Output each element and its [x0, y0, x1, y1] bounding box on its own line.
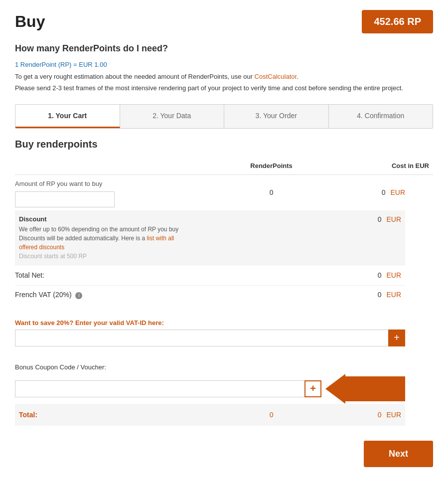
- section-title: Buy renderpoints: [15, 139, 433, 150]
- rp-balance-badge: 452.66 RP: [362, 10, 433, 33]
- coupon-label: Bonus Coupon Code / Voucher:: [15, 363, 405, 371]
- vat-id-row: Want to save 20%? Enter your valid VAT-I…: [15, 304, 433, 346]
- amount-cost: 0 EUR: [349, 174, 405, 210]
- discount-cost: 0 EUR: [349, 210, 405, 265]
- arrow-shape: [325, 374, 405, 404]
- total-rp-value: 0: [193, 404, 349, 426]
- info-line1: 1 RenderPoint (RP) = EUR 1.00: [15, 60, 433, 70]
- how-many-title: How many RenderPoints do I need?: [15, 43, 433, 54]
- coupon-input[interactable]: [15, 380, 304, 397]
- total-net-row: Total Net: 0 EUR: [15, 265, 433, 285]
- total-row: Total: 0 0 EUR: [15, 404, 433, 426]
- vat-id-input[interactable]: [15, 330, 388, 346]
- coupon-input-row: +: [15, 374, 405, 404]
- col-cost-header: Cost in EUR: [349, 159, 433, 175]
- vat-value: 0 EUR: [349, 285, 405, 304]
- amount-label: Amount of RP you want to buy: [15, 174, 193, 210]
- total-net-value: 0 EUR: [349, 265, 405, 285]
- vat-info-icon[interactable]: i: [75, 292, 82, 299]
- vat-id-label: Want to save 20%? Enter your valid VAT-I…: [15, 319, 405, 327]
- vat-label: French VAT (20%) i: [15, 285, 349, 304]
- vat-id-input-row: +: [15, 330, 405, 346]
- rp-rate-text: 1 RenderPoint (RP) = EUR 1.00: [15, 61, 107, 68]
- col-label-header: [15, 159, 193, 175]
- step-2[interactable]: 2. Your Data: [120, 105, 225, 128]
- info-line3: Please send 2-3 test frames of the most …: [15, 83, 433, 93]
- total-label: Total:: [15, 404, 193, 426]
- amount-input[interactable]: [15, 191, 115, 207]
- amount-rp: 0: [193, 174, 349, 210]
- step-4[interactable]: 4. Confirmation: [329, 105, 433, 128]
- info-line2: To get a very rought estimation about th…: [15, 72, 433, 82]
- vat-row: French VAT (20%) i 0 EUR: [15, 285, 433, 304]
- coupon-row: Bonus Coupon Code / Voucher: +: [15, 346, 433, 404]
- how-many-section: How many RenderPoints do I need? 1 Rende…: [15, 43, 433, 93]
- coupon-section: Bonus Coupon Code / Voucher: +: [15, 363, 405, 404]
- amount-row: Amount of RP you want to buy 0 0 EUR: [15, 174, 433, 210]
- page-header: Buy 452.66 RP: [15, 10, 433, 33]
- discount-row: Discount We offer up to 60% depending on…: [15, 210, 433, 265]
- table-header: RenderPoints Cost in EUR: [15, 159, 433, 175]
- total-cost-value: 0 EUR: [349, 404, 405, 426]
- page-title: Buy: [15, 12, 45, 31]
- vat-id-section: Want to save 20%? Enter your valid VAT-I…: [15, 319, 405, 346]
- cost-calculator-link[interactable]: CostCalculator: [255, 73, 297, 80]
- coupon-add-button[interactable]: +: [304, 380, 321, 397]
- total-net-label: Total Net:: [15, 265, 349, 285]
- arrow-body: [345, 376, 405, 401]
- col-rp-header: RenderPoints: [193, 159, 349, 175]
- vat-id-add-button[interactable]: +: [388, 330, 405, 346]
- discount-info: Discount We offer up to 60% depending on…: [15, 210, 193, 265]
- next-button[interactable]: Next: [364, 441, 433, 467]
- coupon-btn-wrapper: +: [304, 380, 321, 397]
- discount-rp: [193, 210, 349, 265]
- step-3[interactable]: 3. Your Order: [224, 105, 329, 128]
- steps-bar: 1. Your Cart 2. Your Data 3. Your Order …: [15, 104, 433, 129]
- arrow-head: [325, 374, 345, 404]
- bottom-bar: Next: [15, 441, 433, 477]
- cart-table: RenderPoints Cost in EUR Amount of RP yo…: [15, 159, 433, 426]
- coupon-arrow: [325, 374, 405, 404]
- step-1[interactable]: 1. Your Cart: [15, 105, 120, 128]
